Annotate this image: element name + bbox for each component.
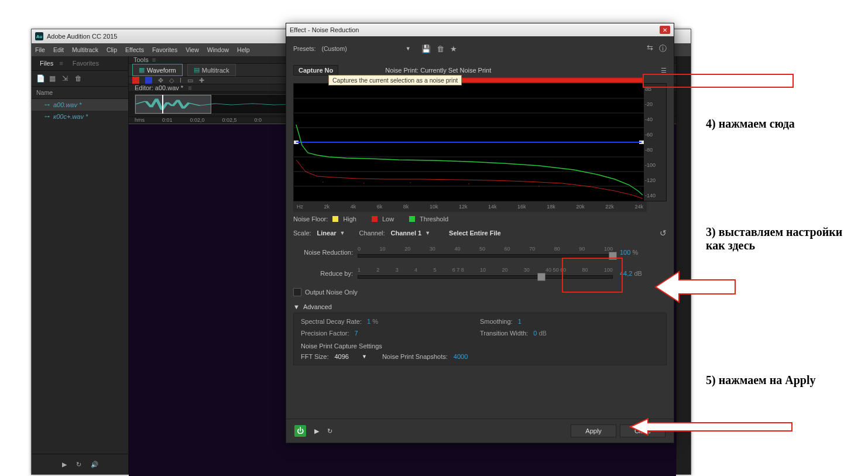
- spectrum-yaxis: dB-20-40-60 -80-100-120-140: [644, 84, 666, 201]
- menu-help[interactable]: Help: [237, 46, 250, 53]
- reduce-by-value[interactable]: 44,2: [620, 270, 632, 277]
- loop-preview-icon[interactable]: ↻: [327, 427, 332, 434]
- menu-favorites[interactable]: Favorites: [152, 46, 177, 53]
- spectral-decay-value[interactable]: 1: [367, 318, 370, 325]
- files-toolbar: 📄 ▦ ⇲ 🗑: [32, 71, 128, 87]
- options-icon[interactable]: ☰: [661, 67, 667, 74]
- tab-files[interactable]: Files: [36, 59, 57, 68]
- mode-waveform[interactable]: ▩Waveform: [132, 64, 183, 76]
- tab-favorites[interactable]: Favorites: [69, 59, 102, 68]
- save-preset-icon[interactable]: 💾: [421, 44, 431, 53]
- smoothing-value[interactable]: 1: [518, 318, 522, 325]
- arrow-5: [630, 417, 794, 436]
- legend-low-color: [372, 216, 378, 222]
- file-name-1: к00с+.wav *: [53, 113, 88, 120]
- loop-icon[interactable]: ↻: [76, 461, 81, 468]
- snapshots-label: Noise Print Snapshots:: [382, 353, 448, 360]
- timeline-unit: hms: [135, 117, 145, 123]
- app-logo: Au: [35, 32, 43, 40]
- play-icon[interactable]: ▶: [62, 461, 67, 468]
- menu-file[interactable]: File: [35, 46, 45, 53]
- dialog-title: Effect - Noise Reduction: [290, 26, 359, 33]
- move-tool-icon[interactable]: ✥: [158, 77, 163, 84]
- power-toggle[interactable]: ⏻: [294, 425, 306, 437]
- info-icon[interactable]: ⓘ: [659, 43, 667, 54]
- svg-point-17: [538, 186, 540, 187]
- noise-reduction-value[interactable]: 100: [620, 249, 630, 256]
- menu-multitrack[interactable]: Multitrack: [72, 46, 98, 53]
- lasso-tool-icon[interactable]: ◇: [169, 77, 174, 84]
- output-noise-only-checkbox[interactable]: [293, 288, 301, 296]
- file-name-0: a00.wav *: [53, 101, 81, 108]
- spectrum-graph[interactable]: dB-20-40-60 -80-100-120-140: [293, 83, 667, 201]
- sidebar-transport: ▶ ↻ 🔊: [32, 454, 128, 474]
- transition-value[interactable]: 0: [533, 330, 537, 337]
- advanced-toggle[interactable]: ▼Advanced: [293, 303, 667, 310]
- ibeam-tool-icon[interactable]: I: [180, 77, 181, 84]
- svg-point-13: [323, 182, 324, 183]
- channel-label: Channel:: [359, 230, 385, 237]
- annotation-5-text: 5) нажмаем на Apply: [706, 374, 815, 387]
- close-icon[interactable]: ✕: [660, 26, 670, 34]
- open-file-icon[interactable]: 📄: [36, 74, 44, 83]
- dialog-title-bar[interactable]: Effect - Noise Reduction ✕: [286, 23, 674, 36]
- noise-reduction-label: Noise Reduction:: [293, 249, 358, 256]
- heal-tool-icon[interactable]: ✚: [199, 77, 204, 84]
- annotation-4-text: 4) нажмаем сюда: [706, 117, 795, 131]
- right-dock: [676, 56, 691, 474]
- apply-button[interactable]: Apply: [571, 424, 616, 437]
- new-file-icon[interactable]: ▦: [49, 74, 57, 83]
- menu-view[interactable]: View: [186, 46, 199, 53]
- noise-reduction-dialog: Effect - Noise Reduction ✕ Presets: (Cus…: [286, 23, 674, 443]
- window-title: Adobe Audition CC 2015: [47, 33, 117, 40]
- noise-reduction-slider[interactable]: 0102030 40506070 8090100: [358, 246, 613, 259]
- file-row-0[interactable]: ⊶ a00.wav *: [32, 99, 128, 111]
- scale-label: Scale:: [293, 230, 311, 237]
- capture-noise-print-button[interactable]: Capture No: [293, 65, 338, 76]
- fft-size-label: FFT Size:: [301, 353, 328, 360]
- output-noise-only-label: Output Noise Only: [305, 289, 358, 296]
- snapshots-value[interactable]: 4000: [454, 353, 468, 360]
- svg-point-15: [410, 182, 411, 183]
- delete-preset-icon[interactable]: 🗑: [437, 44, 444, 53]
- menu-clip[interactable]: Clip: [107, 46, 117, 53]
- legend-high-color: [332, 216, 338, 222]
- select-entire-file-button[interactable]: Select Entire File: [449, 230, 501, 237]
- annotation-3-text: 3) выставляем настройки как здесь: [706, 225, 858, 252]
- reduce-by-label: Reduce by:: [293, 270, 358, 277]
- noise-print-status: Noise Print: Currently Set Noise Print: [385, 67, 491, 74]
- color-2[interactable]: [145, 77, 152, 84]
- editor-title: Editor: a00.wav *: [135, 84, 183, 91]
- noise-floor-label: Noise Floor:: [293, 215, 328, 222]
- fft-size-dropdown[interactable]: 4096▼: [334, 353, 366, 360]
- svg-marker-18: [630, 419, 792, 435]
- marquee-tool-icon[interactable]: ▭: [187, 77, 193, 84]
- import-icon[interactable]: ⇲: [62, 74, 70, 83]
- precision-value[interactable]: 7: [355, 330, 358, 337]
- tab-tools[interactable]: Tools: [133, 56, 149, 63]
- arrow-3: [656, 269, 737, 304]
- file-row-1[interactable]: ⊶ к00с+.wav *: [32, 111, 128, 122]
- svg-point-14: [363, 183, 365, 184]
- link-icon[interactable]: ⇆: [647, 43, 653, 54]
- mode-multitrack[interactable]: ▤Multitrack: [187, 64, 236, 76]
- preview-play-icon[interactable]: ▶: [314, 427, 319, 434]
- delete-icon[interactable]: 🗑: [75, 74, 83, 83]
- capture-settings-label: Noise Print Capture Settings: [301, 343, 659, 350]
- menu-window[interactable]: Window: [207, 46, 229, 53]
- svg-marker-19: [656, 272, 735, 302]
- reduce-by-slider[interactable]: 1234 56 7 81020 3040 50 6080100: [358, 267, 613, 280]
- menu-effects[interactable]: Effects: [125, 46, 144, 53]
- waveform-icon: ⊶: [44, 114, 50, 119]
- channel-dropdown[interactable]: Channel 1▼: [391, 230, 431, 237]
- files-name-header[interactable]: Name: [32, 87, 128, 99]
- spectrum-xaxis: Hz2k4k6k 8k10k12k14k 16k18k20k22k24k: [293, 201, 647, 212]
- waveform-icon: ⊶: [44, 102, 50, 108]
- star-icon[interactable]: ★: [450, 44, 457, 53]
- scale-dropdown[interactable]: Linear▼: [317, 230, 345, 237]
- reset-icon[interactable]: ↺: [660, 228, 667, 238]
- color-1[interactable]: [132, 77, 139, 84]
- presets-dropdown[interactable]: (Custom)▼: [321, 45, 412, 52]
- volume-icon[interactable]: 🔊: [91, 461, 98, 468]
- menu-edit[interactable]: Edit: [53, 46, 64, 53]
